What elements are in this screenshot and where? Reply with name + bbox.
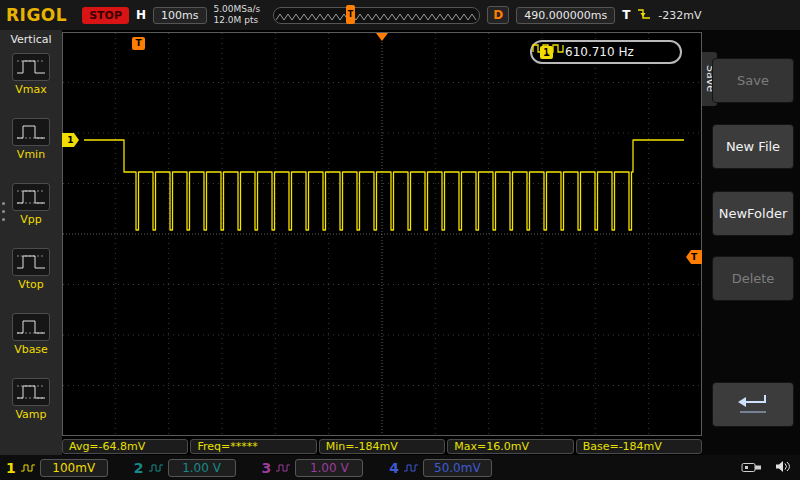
channel-4-scale[interactable]: 50.0mV xyxy=(423,459,492,477)
sidebar-item-label: Vmax xyxy=(15,83,47,96)
channel-3-coupling-icon xyxy=(275,458,291,477)
vtop-icon xyxy=(12,248,50,276)
speaker-icon[interactable] xyxy=(775,458,790,477)
new-file-button[interactable]: New File xyxy=(712,124,794,169)
measurement-max: Max=16.0mV xyxy=(447,439,573,454)
menu-page-dots xyxy=(2,202,5,221)
brand-logo: RIGOL xyxy=(6,5,67,25)
sidebar-item-label: Vmin xyxy=(17,148,45,161)
sidebar-item-label: Vtop xyxy=(18,278,44,291)
sidebar-item-vmin[interactable]: Vmin xyxy=(12,118,50,161)
channel-1-scale[interactable]: 100mV xyxy=(40,459,108,477)
left-menu-title: Vertical xyxy=(10,33,51,46)
measurement-base: Base=-184mV xyxy=(576,439,702,454)
save-button-label: Save xyxy=(737,73,769,88)
acquisition-info: 5.00MSa/s 12.0M pts xyxy=(214,4,261,26)
channel-1-trace xyxy=(62,32,702,436)
sidebar-item-label: Vbase xyxy=(14,343,48,356)
trigger-position-marker-icon[interactable] xyxy=(376,33,388,41)
measurement-min: Min=-184mV xyxy=(319,439,445,454)
trigger-position-slider[interactable]: T xyxy=(346,5,355,24)
timebase-value[interactable]: 100ms xyxy=(153,7,206,24)
sidebar-item-vtop[interactable]: Vtop xyxy=(12,248,50,291)
channel-1-number: 1 xyxy=(6,460,16,476)
waveform-display: T T 1 1 610.710 Hz xyxy=(62,32,702,436)
trigger-edge-icon xyxy=(637,6,651,25)
channel-2-coupling-icon xyxy=(148,458,164,477)
channel-1-status[interactable]: 1 100mV xyxy=(6,458,108,477)
channel-1-coupling-icon xyxy=(20,458,36,477)
sidebar-item-vamp[interactable]: Vamp xyxy=(12,378,50,421)
sample-rate: 5.00MSa/s xyxy=(214,4,261,15)
oscilloscope-screen: RIGOL STOP H 100ms 5.00MSa/s 12.0M pts T… xyxy=(0,0,800,480)
delay-label: D xyxy=(487,6,509,24)
sidebar-item-vbase[interactable]: Vbase xyxy=(12,313,50,356)
channel-4-coupling-icon xyxy=(403,458,419,477)
usb-icon xyxy=(741,458,763,477)
counter-value: 610.710 Hz xyxy=(565,45,634,59)
trigger-time-marker[interactable]: T xyxy=(132,37,145,50)
sidebar-item-vpp[interactable]: Vpp xyxy=(12,183,50,226)
trigger-label: T xyxy=(622,8,630,22)
channel-2-status[interactable]: 2 1.00 V xyxy=(134,458,236,477)
sidebar-item-label: Vpp xyxy=(20,213,42,226)
new-file-button-label: New File xyxy=(726,139,780,154)
channel-3-number: 3 xyxy=(262,460,272,476)
measurement-avg: Avg=-64.8mV xyxy=(62,439,188,454)
vmax-icon xyxy=(12,53,50,81)
delete-button-label: Delete xyxy=(732,271,775,286)
new-folder-button-label: NewFolder xyxy=(719,206,788,221)
vpp-icon xyxy=(12,183,50,211)
save-button[interactable]: Save xyxy=(712,58,794,103)
vamp-icon xyxy=(12,378,50,406)
measurement-freq: Freq=***** xyxy=(190,439,316,454)
delete-button[interactable]: Delete xyxy=(712,256,794,301)
channel-2-number: 2 xyxy=(134,460,144,476)
vbase-icon xyxy=(12,313,50,341)
channel-3-status[interactable]: 3 1.00 V xyxy=(262,458,364,477)
delay-value[interactable]: 490.000000ms xyxy=(516,7,615,24)
channel-3-scale[interactable]: 1.00 V xyxy=(295,459,363,477)
sidebar-item-vmax[interactable]: Vmax xyxy=(12,53,50,96)
sidebar-item-label: Vamp xyxy=(15,408,46,421)
memory-depth: 12.0M pts xyxy=(214,15,261,26)
right-menu: Save Save New File NewFolder Delete xyxy=(702,30,800,455)
frequency-counter: 1 610.710 Hz xyxy=(530,40,682,64)
horizontal-label: H xyxy=(136,8,146,22)
status-bar: 1 100mV 2 1.00 V 3 1.00 V 4 50.0mV xyxy=(0,455,800,480)
channel-2-scale[interactable]: 1.00 V xyxy=(168,459,236,477)
back-button[interactable] xyxy=(712,382,794,427)
trigger-level-value[interactable]: -232mV xyxy=(658,9,701,22)
channel-4-status[interactable]: 4 50.0mV xyxy=(389,458,491,477)
left-menu: Vertical Vmax Vmin Vpp Vtop Vbase Vamp xyxy=(0,30,62,455)
vmin-icon xyxy=(12,118,50,146)
channel-4-number: 4 xyxy=(389,460,399,476)
top-bar: RIGOL STOP H 100ms 5.00MSa/s 12.0M pts T… xyxy=(0,0,800,30)
run-state-badge[interactable]: STOP xyxy=(82,7,129,24)
memory-waveform-icon xyxy=(274,10,477,23)
new-folder-button[interactable]: NewFolder xyxy=(712,191,794,236)
horizontal-position-strip[interactable]: T xyxy=(273,7,480,24)
return-arrow-icon xyxy=(734,391,772,418)
measurement-bar: Avg=-64.8mV Freq=***** Min=-184mV Max=16… xyxy=(62,439,702,454)
